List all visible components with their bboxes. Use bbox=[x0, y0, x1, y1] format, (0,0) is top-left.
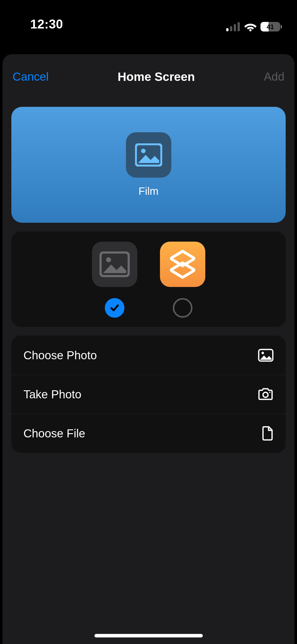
checkmark-icon bbox=[109, 302, 120, 313]
icon-choice-custom[interactable] bbox=[92, 242, 137, 318]
icon-choice-shortcut[interactable] bbox=[160, 242, 205, 318]
sheet-header: Cancel Home Screen Add bbox=[3, 58, 294, 95]
battery-icon: 41 bbox=[260, 22, 282, 31]
choose-file-label: Choose File bbox=[23, 427, 85, 440]
svg-point-6 bbox=[141, 149, 146, 153]
homescreen-preview-card: Film bbox=[11, 107, 286, 223]
document-icon bbox=[261, 426, 274, 441]
camera-icon bbox=[257, 388, 274, 401]
svg-rect-0 bbox=[226, 28, 228, 31]
svg-point-10 bbox=[261, 352, 264, 354]
take-photo-row[interactable]: Take Photo bbox=[11, 375, 286, 414]
choose-file-row[interactable]: Choose File bbox=[11, 414, 286, 453]
preview-app-icon bbox=[126, 132, 171, 178]
photo-icon bbox=[100, 251, 130, 277]
svg-rect-1 bbox=[230, 26, 232, 31]
photo-preview-icon bbox=[135, 143, 162, 167]
radio-unselected bbox=[173, 298, 192, 318]
preview-app-label[interactable]: Film bbox=[139, 185, 158, 197]
svg-point-11 bbox=[263, 392, 268, 397]
home-indicator[interactable] bbox=[94, 634, 203, 637]
photo-icon bbox=[258, 349, 274, 362]
svg-point-4 bbox=[249, 29, 252, 31]
shortcut-icon bbox=[169, 250, 196, 279]
take-photo-label: Take Photo bbox=[23, 388, 81, 401]
radio-selected bbox=[105, 298, 124, 318]
svg-point-12 bbox=[269, 392, 271, 393]
shortcut-app-tile bbox=[160, 242, 205, 287]
svg-rect-3 bbox=[238, 22, 240, 31]
modal-sheet: Cancel Home Screen Add Film bbox=[3, 54, 294, 644]
add-button[interactable]: Add bbox=[264, 70, 284, 83]
battery-level: 41 bbox=[267, 23, 274, 31]
cancel-button[interactable]: Cancel bbox=[13, 70, 49, 83]
status-time: 12:30 bbox=[15, 17, 63, 31]
choose-photo-label: Choose Photo bbox=[23, 348, 97, 362]
svg-point-8 bbox=[106, 257, 111, 262]
icon-style-selector bbox=[11, 232, 286, 327]
svg-rect-2 bbox=[234, 24, 236, 31]
custom-photo-tile bbox=[92, 242, 137, 287]
status-bar: 12:30 41 bbox=[0, 0, 297, 38]
wifi-icon bbox=[244, 22, 257, 31]
action-list: Choose Photo Take Photo Choose File bbox=[11, 336, 286, 453]
cellular-icon bbox=[226, 22, 240, 31]
choose-photo-row[interactable]: Choose Photo bbox=[11, 336, 286, 375]
status-right: 41 bbox=[226, 22, 282, 31]
page-title: Home Screen bbox=[118, 70, 195, 84]
